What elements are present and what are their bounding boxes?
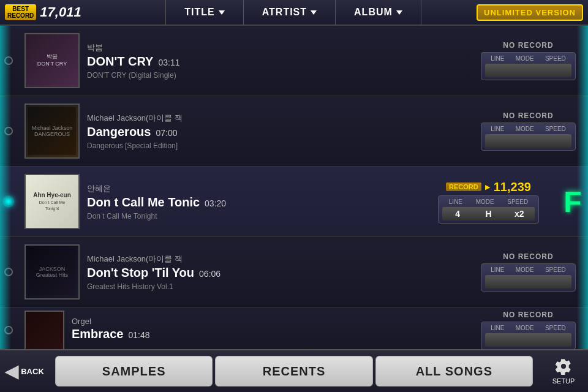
tab-all-songs[interactable]: ALL SONGS xyxy=(375,356,533,386)
record-panel: NO RECORD LINE MODE SPEED xyxy=(475,311,582,349)
record-arrow-icon: ▶ xyxy=(485,183,490,191)
record-stats-bar: LINE MODE SPEED 4 H x2 xyxy=(438,195,539,224)
best-record-score: 17,011 xyxy=(40,4,81,20)
album-art xyxy=(24,311,64,350)
song-duration: 07:00 xyxy=(156,128,177,138)
song-album: Greatest Hits History Vol.1 xyxy=(87,282,469,291)
album-arrow-icon xyxy=(396,10,402,15)
no-record-label: NO RECORD xyxy=(503,311,553,319)
artist-arrow-icon xyxy=(311,10,317,15)
song-album: Don t Call Me Tonight xyxy=(87,212,423,221)
tab-samples[interactable]: SAMPLES xyxy=(55,356,213,386)
record-score: 11,239 xyxy=(494,180,531,194)
album-art: 박봄DON'T CRY xyxy=(24,33,80,88)
song-artist: 안혜은 xyxy=(87,183,423,194)
album-art-image: Ahn Hye-eun Don t Call Me Tonight xyxy=(26,175,78,228)
song-info: Orgel Embrace 01:48 xyxy=(72,317,475,344)
song-title: Embrace xyxy=(72,327,124,341)
stat-values xyxy=(485,134,571,148)
record-panel: NO RECORD LINE MODE SPEED xyxy=(475,41,582,80)
song-info: Michael Jackson(마이클 잭 Dangerous 07:00 Da… xyxy=(87,113,475,150)
song-title: Don t Call Me Tonic xyxy=(87,195,200,209)
song-artist: Michael Jackson(마이클 잭 xyxy=(87,254,469,265)
no-record-label: NO RECORD xyxy=(503,252,553,261)
has-record-label: RECORD ▶ 11,239 xyxy=(446,180,531,194)
stat-headers: LINE MODE SPEED xyxy=(485,126,571,132)
bottom-nav: SAMPLES RECENTS ALL SONGS xyxy=(49,351,539,391)
stat-mode: H xyxy=(473,209,503,219)
stat-speed: x2 xyxy=(504,209,535,219)
record-panel: NO RECORD LINE MODE SPEED xyxy=(475,111,582,151)
song-title: Dangerous xyxy=(87,125,151,139)
no-record-label: NO RECORD xyxy=(503,111,553,120)
left-glow xyxy=(0,0,11,392)
song-list: 박봄DON'T CRY 박봄 DON'T CRY 03:11 DON'T CRY… xyxy=(0,26,588,349)
song-row[interactable]: Orgel Embrace 01:48 NO RECORD LINE MODE … xyxy=(0,307,588,349)
gear-icon xyxy=(555,358,572,375)
stat-headers: LINE MODE SPEED xyxy=(442,198,535,205)
song-artist: Michael Jackson(마이클 잭 xyxy=(87,113,469,124)
tab-title[interactable]: TITLE xyxy=(165,0,243,25)
song-duration: 06:06 xyxy=(199,269,221,279)
album-art: Ahn Hye-eun Don t Call Me Tonight xyxy=(24,174,80,229)
stat-values xyxy=(485,275,571,288)
back-arrow-icon: ◀ xyxy=(5,361,18,382)
stat-headers: LINE MODE SPEED xyxy=(485,55,571,62)
song-duration: 01:48 xyxy=(129,330,150,340)
song-info: 박봄 DON'T CRY 03:11 DON'T CRY (Digital Si… xyxy=(87,42,475,80)
record-stats-bar: LINE MODE SPEED xyxy=(481,263,576,292)
stat-values xyxy=(485,333,571,347)
song-info: Michael Jackson(마이클 잭 Don't Stop 'Til Yo… xyxy=(87,254,475,291)
record-stats-bar: LINE MODE SPEED xyxy=(481,123,576,151)
tab-album[interactable]: ALBUM xyxy=(336,0,421,25)
song-duration: 03:11 xyxy=(158,58,179,67)
album-art-image: JACKSONGreatest Hits xyxy=(26,246,78,298)
no-record-label: NO RECORD xyxy=(503,41,553,50)
stat-values xyxy=(485,64,571,77)
best-record-section: BEST RECORD 17,011 xyxy=(0,4,110,20)
song-row[interactable]: 박봄DON'T CRY 박봄 DON'T CRY 03:11 DON'T CRY… xyxy=(0,26,588,96)
stat-values: 4 H x2 xyxy=(442,207,535,221)
song-artist: Orgel xyxy=(72,317,469,326)
bottom-bar: ◀ BACK SAMPLES RECENTS ALL SONGS SETUP xyxy=(0,349,588,392)
tab-recents[interactable]: RECENTS xyxy=(215,356,372,386)
song-title: DON'T CRY xyxy=(87,55,153,69)
song-info: 안혜은 Don t Call Me Tonic 03:20 Don t Call… xyxy=(87,183,429,221)
title-arrow-icon xyxy=(219,10,225,15)
setup-button[interactable]: SETUP xyxy=(539,350,588,392)
song-row[interactable]: Michael JacksonDANGEROUS Michael Jackson… xyxy=(0,96,588,167)
best-record-label: BEST RECORD xyxy=(5,4,36,20)
unlimited-badge: UNLIMITED VERSION xyxy=(477,4,583,21)
record-panel: RECORD ▶ 11,239 LINE MODE SPEED 4 H x2 xyxy=(429,180,548,224)
album-art-image: 박봄DON'T CRY xyxy=(26,34,78,87)
nav-tabs: TITLE ATRTIST ALBUM xyxy=(110,0,477,25)
album-art: Michael JacksonDANGEROUS xyxy=(24,104,80,159)
song-artist: 박봄 xyxy=(87,42,469,53)
stat-headers: LINE MODE SPEED xyxy=(485,325,571,331)
setup-label: SETUP xyxy=(552,377,575,385)
song-title: Don't Stop 'Til You xyxy=(87,266,194,280)
record-panel: NO RECORD LINE MODE SPEED xyxy=(475,252,582,292)
back-label: BACK xyxy=(21,367,44,376)
record-stats-bar: LINE MODE SPEED xyxy=(481,52,576,80)
right-glow xyxy=(577,0,588,392)
song-album: DON'T CRY (Digital Single) xyxy=(87,71,469,80)
album-art-image: Michael JacksonDANGEROUS xyxy=(26,105,78,157)
tab-artist[interactable]: ATRTIST xyxy=(244,0,336,25)
stat-line: 4 xyxy=(442,209,473,219)
record-stats-bar: LINE MODE SPEED xyxy=(481,322,576,349)
album-art: JACKSONGreatest Hits xyxy=(24,244,80,300)
song-album: Dangerous [Special Edition] xyxy=(87,141,469,150)
album-art-image xyxy=(26,312,63,349)
song-duration: 03:20 xyxy=(205,198,226,208)
back-button[interactable]: ◀ BACK xyxy=(0,350,49,392)
song-row[interactable]: Ahn Hye-eun Don t Call Me Tonight 안혜은 Do… xyxy=(0,167,588,237)
record-word: RECORD xyxy=(446,183,481,191)
top-bar: BEST RECORD 17,011 TITLE ATRTIST ALBUM U… xyxy=(0,0,588,26)
song-row[interactable]: JACKSONGreatest Hits Michael Jackson(마이클… xyxy=(0,237,588,307)
stat-headers: LINE MODE SPEED xyxy=(485,266,571,273)
